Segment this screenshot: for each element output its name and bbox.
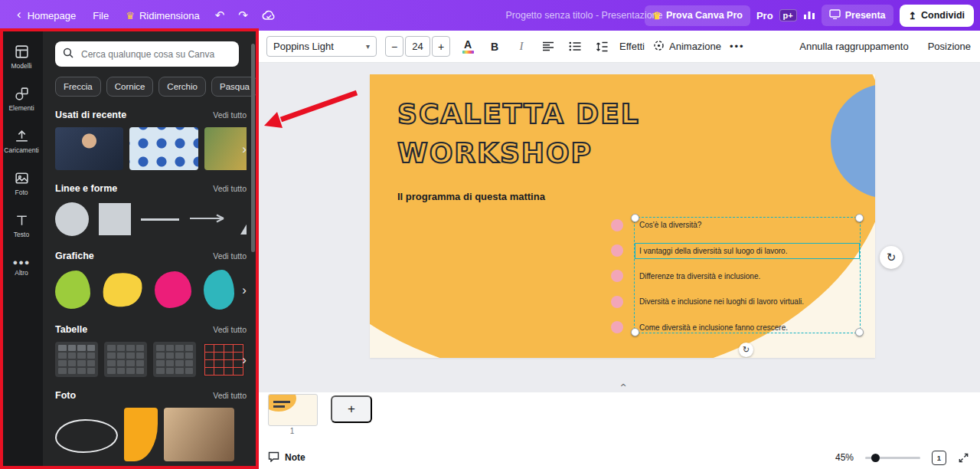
table-template-2[interactable] bbox=[104, 342, 147, 377]
slide[interactable]: SCALETTA DEL WORKSHOP Il programma di qu… bbox=[370, 74, 875, 358]
share-button[interactable]: ↥ Condividi bbox=[900, 5, 974, 27]
pages-button[interactable]: 1 bbox=[932, 451, 946, 465]
pro-plus-badge[interactable]: p+ bbox=[779, 9, 797, 21]
sidebar-item-altro[interactable]: ●●● Altro bbox=[0, 246, 43, 288]
present-icon bbox=[829, 9, 841, 21]
position-button[interactable]: Posizione bbox=[928, 41, 971, 52]
shuffle-colors-button[interactable]: ↻ bbox=[880, 246, 903, 269]
sidebar-item-modelli[interactable]: Modelli bbox=[0, 35, 43, 77]
font-size-increase-button[interactable]: + bbox=[432, 36, 450, 57]
recent-thumb-1[interactable] bbox=[55, 127, 123, 170]
list-item: Come diversità e inclusione fanno cresce… bbox=[611, 315, 864, 340]
shape-triangle[interactable] bbox=[240, 204, 247, 235]
photo-thumb-3[interactable] bbox=[164, 408, 234, 461]
list-item-text[interactable]: Differenze tra diversità e inclusione. bbox=[639, 272, 760, 280]
canvas-area[interactable]: SCALETTA DEL WORKSHOP Il programma di qu… bbox=[257, 63, 980, 392]
font-size-decrease-button[interactable]: − bbox=[385, 36, 403, 57]
bold-button[interactable]: B bbox=[485, 37, 504, 57]
search-input[interactable] bbox=[80, 48, 231, 61]
filter-chips: Freccia Cornice Cerchio Pasqua › bbox=[55, 77, 247, 97]
alignment-button[interactable] bbox=[539, 37, 557, 57]
see-all-photos[interactable]: Vedi tutto bbox=[213, 391, 247, 400]
ungroup-button[interactable]: Annulla raggruppamento bbox=[799, 41, 908, 52]
text-color-button[interactable]: A bbox=[459, 37, 477, 57]
toolbar-more-button[interactable]: ••• bbox=[730, 41, 745, 52]
chip-cerchio[interactable]: Cerchio bbox=[158, 77, 206, 97]
recent-thumb-2[interactable] bbox=[129, 127, 198, 170]
chip-cornice[interactable]: Cornice bbox=[106, 77, 154, 97]
see-all-recent[interactable]: Vedi tutto bbox=[213, 110, 247, 120]
undo-button[interactable]: ↶ bbox=[209, 5, 231, 25]
insights-icon[interactable] bbox=[803, 9, 815, 22]
graphic-blob-magenta[interactable] bbox=[155, 271, 191, 308]
list-item-text[interactable]: I vantaggi della diversità sul luogo di … bbox=[639, 247, 787, 255]
spacing-button[interactable] bbox=[593, 37, 611, 57]
see-all-shapes[interactable]: Vedi tutto bbox=[213, 184, 247, 193]
shape-line[interactable] bbox=[141, 218, 179, 221]
page-thumbnail[interactable] bbox=[268, 394, 318, 426]
photo-thumb-1[interactable] bbox=[55, 419, 118, 453]
zoom-value[interactable]: 45% bbox=[835, 452, 854, 463]
shape-arrow[interactable] bbox=[189, 212, 230, 226]
redo-button[interactable]: ↷ bbox=[232, 5, 254, 25]
slide-subtitle[interactable]: Il programma di questa mattina bbox=[397, 191, 545, 202]
see-all-tables[interactable]: Vedi tutto bbox=[213, 325, 247, 334]
section-shapes-header: Linee e forme Vedi tutto bbox=[55, 183, 247, 194]
search-box[interactable] bbox=[55, 41, 239, 67]
table-template-3[interactable] bbox=[153, 342, 196, 377]
graphics-scroll-right-icon[interactable]: › bbox=[242, 284, 247, 297]
font-size-value[interactable]: 24 bbox=[405, 36, 430, 57]
present-button[interactable]: Presenta bbox=[822, 5, 893, 26]
photo-thumb-2[interactable] bbox=[124, 408, 158, 461]
effects-button[interactable]: Effetti bbox=[619, 41, 645, 52]
panel-scrollbar[interactable] bbox=[251, 44, 255, 252]
sidebar-item-testo[interactable]: Testo bbox=[0, 204, 43, 246]
section-tables-header: Tabelle Vedi tutto bbox=[55, 324, 247, 335]
try-pro-button[interactable]: ♛ Prova Canva Pro bbox=[645, 5, 750, 26]
topbar-right: ♛ Prova Canva Pro Pro p+ Presenta ↥ Cond… bbox=[645, 5, 974, 27]
list-item-text[interactable]: Diversità e inclusione nei luoghi di lav… bbox=[639, 297, 804, 306]
shape-circle[interactable] bbox=[55, 202, 89, 236]
notes-button[interactable]: Note bbox=[268, 451, 305, 464]
sidebar-item-elementi[interactable]: Elementi bbox=[0, 77, 43, 120]
chip-freccia[interactable]: Freccia bbox=[55, 77, 101, 97]
chip-pasqua[interactable]: Pasqua bbox=[211, 77, 257, 97]
section-graphics-header: Grafiche Vedi tutto bbox=[55, 251, 247, 261]
fullscreen-icon[interactable] bbox=[958, 452, 969, 464]
collapse-filmstrip-icon[interactable]: › bbox=[616, 383, 629, 387]
list-item: I vantaggi della diversità sul luogo di … bbox=[611, 238, 864, 263]
recent-scroll-right-icon[interactable]: › bbox=[242, 143, 247, 156]
document-title[interactable]: Progetto senza titolo - Presentazione bbox=[506, 10, 663, 21]
rail-label: Modelli bbox=[11, 62, 32, 70]
add-page-button[interactable]: + bbox=[331, 395, 372, 423]
graphic-blob-green[interactable] bbox=[55, 271, 90, 309]
list-item: Diversità e inclusione nei luoghi di lav… bbox=[611, 289, 864, 314]
italic-button[interactable]: I bbox=[512, 37, 531, 57]
table-template-1[interactable] bbox=[55, 342, 98, 377]
font-select[interactable]: Poppins Light ▾ bbox=[266, 36, 377, 57]
file-menu[interactable]: File bbox=[85, 5, 116, 26]
graphic-blob-teal[interactable] bbox=[204, 270, 234, 310]
list-button[interactable] bbox=[566, 37, 584, 57]
see-all-graphics[interactable]: Vedi tutto bbox=[213, 251, 247, 261]
sidebar-item-caricamenti[interactable]: Caricamenti bbox=[0, 120, 43, 162]
text-icon bbox=[14, 212, 30, 228]
resize-button[interactable]: ♛ Ridimensiona bbox=[118, 5, 207, 26]
zoom-slider[interactable] bbox=[865, 457, 920, 459]
animate-button[interactable]: Animazione bbox=[653, 40, 721, 54]
table-template-4[interactable] bbox=[202, 342, 245, 377]
graphic-blob-yellow[interactable] bbox=[100, 271, 145, 310]
recent-thumb-3[interactable] bbox=[204, 127, 247, 170]
page-thumbnail-number: 1 bbox=[268, 427, 316, 435]
sidebar-item-foto[interactable]: Foto bbox=[0, 162, 43, 204]
text-color-letter: A bbox=[464, 39, 472, 50]
list-item-text[interactable]: Cos'è la diversità? bbox=[639, 221, 701, 229]
photos-icon bbox=[14, 170, 30, 186]
tables-scroll-right-icon[interactable]: › bbox=[242, 353, 247, 366]
rotate-handle[interactable]: ↻ bbox=[739, 343, 753, 357]
list-item-text[interactable]: Come diversità e inclusione fanno cresce… bbox=[639, 323, 788, 332]
zoom-slider-knob[interactable] bbox=[871, 454, 880, 462]
slide-title[interactable]: SCALETTA DEL WORKSHOP bbox=[397, 94, 640, 172]
homepage-button[interactable]: ‹ Homepage bbox=[8, 1, 83, 30]
shape-square[interactable] bbox=[99, 203, 131, 235]
